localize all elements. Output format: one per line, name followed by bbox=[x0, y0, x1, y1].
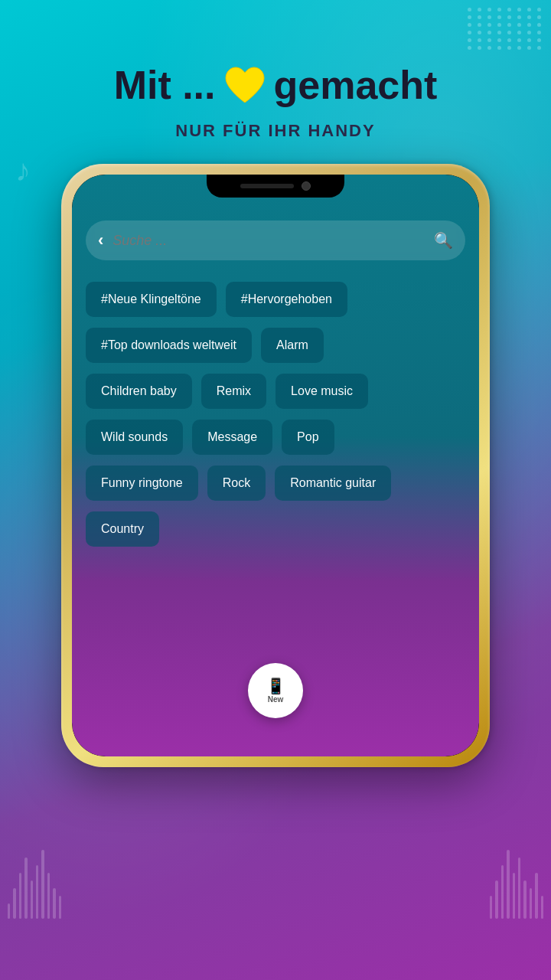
phone-screen-outer: ‹ 🔍 #Neue Klingeltöne#Hervorgehoben #Top… bbox=[72, 175, 479, 756]
phone-notch bbox=[207, 175, 344, 198]
search-icon[interactable]: 🔍 bbox=[434, 231, 453, 250]
tag-remix[interactable]: Remix bbox=[201, 374, 266, 409]
tags-row-4: Wild soundsMessagePop bbox=[86, 420, 465, 455]
notch-camera bbox=[302, 181, 311, 191]
subtitle: NUR FÜR IHR HANDY bbox=[0, 121, 551, 141]
tags-row-2: #Top downloads weltweitAlarm bbox=[86, 328, 465, 363]
title-part1: Mit ... bbox=[114, 61, 216, 109]
tag-wild-sounds[interactable]: Wild sounds bbox=[86, 420, 183, 455]
tag-neue-klingeltoene[interactable]: #Neue Klingeltöne bbox=[86, 282, 217, 317]
music-notes-decoration: ♪ bbox=[15, 153, 31, 188]
tags-container: #Neue Klingeltöne#Hervorgehoben #Top dow… bbox=[72, 260, 479, 562]
waveform-right bbox=[490, 766, 551, 919]
tag-top-downloads[interactable]: #Top downloads weltweit bbox=[86, 328, 252, 363]
tags-row-1: #Neue Klingeltöne#Hervorgehoben bbox=[86, 282, 465, 317]
phone-frame: ‹ 🔍 #Neue Klingeltöne#Hervorgehoben #Top… bbox=[61, 164, 490, 767]
back-button[interactable]: ‹ bbox=[98, 230, 103, 250]
phone-wifi-icon: 📱 bbox=[266, 678, 285, 694]
tag-country[interactable]: Country bbox=[86, 511, 159, 547]
tag-love-music[interactable]: Love music bbox=[276, 374, 368, 409]
main-title: Mit ... gemacht bbox=[0, 61, 551, 109]
tags-row-6: Country bbox=[86, 511, 465, 547]
title-section: Mit ... gemacht NUR FÜR IHR HANDY bbox=[0, 0, 551, 141]
title-part2: gemacht bbox=[274, 61, 438, 109]
tag-romantic-guitar[interactable]: Romantic guitar bbox=[275, 466, 391, 501]
floating-new-button[interactable]: 📱 New bbox=[248, 663, 303, 718]
search-bar: ‹ 🔍 bbox=[86, 220, 465, 260]
heart-icon bbox=[222, 64, 268, 106]
notch-speaker bbox=[240, 184, 294, 188]
tags-row-5: Funny ringtoneRockRomantic guitar bbox=[86, 466, 465, 501]
search-input[interactable] bbox=[112, 233, 434, 249]
tag-rock[interactable]: Rock bbox=[207, 466, 266, 501]
phone-mockup: ‹ 🔍 #Neue Klingeltöne#Hervorgehoben #Top… bbox=[61, 164, 490, 767]
tag-alarm[interactable]: Alarm bbox=[261, 328, 324, 363]
tag-message[interactable]: Message bbox=[192, 420, 272, 455]
tag-children-baby[interactable]: Children baby bbox=[86, 374, 192, 409]
tag-hervorgehoben[interactable]: #Hervorgehoben bbox=[226, 282, 347, 317]
tag-funny-ringtone[interactable]: Funny ringtone bbox=[86, 466, 198, 501]
waveform-left bbox=[0, 766, 61, 919]
floating-button-label: New bbox=[268, 695, 284, 704]
tag-pop[interactable]: Pop bbox=[282, 420, 334, 455]
phone-screen: ‹ 🔍 #Neue Klingeltöne#Hervorgehoben #Top… bbox=[72, 175, 479, 756]
tags-row-3: Children babyRemixLove music bbox=[86, 374, 465, 409]
